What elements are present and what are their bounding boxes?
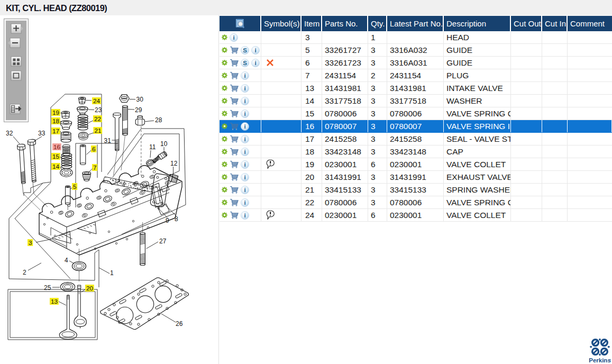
svg-text:S: S	[243, 60, 247, 66]
svg-text:10: 10	[160, 140, 168, 148]
svg-text:4: 4	[65, 257, 68, 264]
svg-text:32: 32	[6, 130, 13, 137]
svg-text:7: 7	[93, 164, 97, 171]
svg-text:28: 28	[155, 116, 162, 124]
svg-text:i: i	[244, 161, 245, 168]
svg-text:15: 15	[52, 153, 60, 160]
svg-text:i: i	[233, 34, 234, 41]
svg-text:i: i	[244, 187, 245, 193]
svg-text:33: 33	[38, 130, 45, 137]
svg-text:i: i	[244, 123, 245, 130]
svg-text:8: 8	[175, 215, 178, 223]
svg-text:i: i	[244, 212, 245, 219]
svg-text:i: i	[254, 60, 256, 66]
svg-text:i: i	[244, 136, 245, 142]
svg-text:31: 31	[104, 137, 112, 144]
svg-text:2: 2	[23, 269, 26, 276]
svg-text:i: i	[244, 72, 245, 79]
svg-text:21: 21	[94, 127, 101, 134]
svg-text:17: 17	[52, 128, 59, 135]
svg-text:18: 18	[52, 117, 60, 125]
svg-text:27: 27	[159, 238, 167, 245]
svg-text:22: 22	[94, 115, 101, 123]
svg-text:24: 24	[93, 97, 101, 105]
svg-text:S: S	[243, 47, 247, 53]
svg-text:9: 9	[166, 217, 169, 224]
svg-text:5: 5	[73, 183, 77, 190]
svg-text:25: 25	[44, 284, 51, 292]
svg-text:i: i	[244, 98, 245, 104]
svg-text:i: i	[254, 47, 256, 53]
svg-text:1: 1	[110, 269, 114, 277]
svg-text:i: i	[244, 199, 245, 206]
svg-text:19: 19	[52, 109, 59, 116]
svg-text:11: 11	[149, 143, 156, 151]
svg-text:Perkins: Perkins	[589, 357, 611, 363]
svg-text:16: 16	[53, 143, 61, 151]
svg-text:3: 3	[29, 239, 32, 247]
svg-text:i: i	[244, 149, 245, 155]
svg-text:i: i	[244, 85, 245, 92]
svg-text:12: 12	[170, 160, 178, 167]
svg-text:20: 20	[86, 285, 94, 292]
svg-text:i: i	[244, 174, 245, 180]
svg-text:23: 23	[95, 106, 102, 114]
svg-text:30: 30	[136, 96, 144, 103]
svg-text:6: 6	[92, 145, 96, 153]
svg-text:13: 13	[51, 298, 58, 305]
svg-text:14: 14	[52, 163, 60, 170]
svg-text:i: i	[244, 111, 245, 117]
svg-text:29: 29	[135, 106, 142, 114]
svg-text:26: 26	[176, 320, 183, 327]
